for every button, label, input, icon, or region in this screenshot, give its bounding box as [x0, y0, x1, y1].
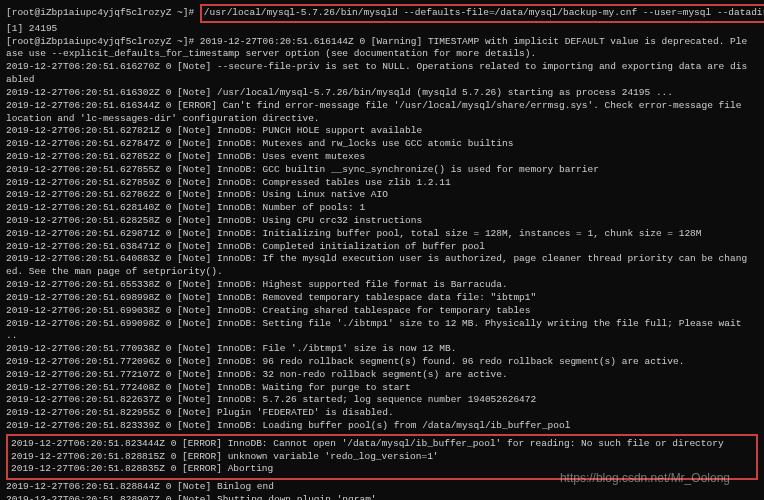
log-line: 2019-12-27T06:20:51.655338Z 0 [Note] Inn…	[6, 279, 758, 292]
shell-prompt: [root@iZbp1aiupc4yjqf5clrozyZ ~]#	[6, 36, 200, 47]
log-line: 2019-12-27T06:20:51.699038Z 0 [Note] Inn…	[6, 305, 758, 318]
log-line: 2019-12-27T06:20:51.627847Z 0 [Note] Inn…	[6, 138, 758, 151]
log-line: 2019-12-27T06:20:51.822637Z 0 [Note] Inn…	[6, 394, 758, 407]
log-line: 2019-12-27T06:20:51.627859Z 0 [Note] Inn…	[6, 177, 758, 190]
log-line: 2019-12-27T06:20:51.628258Z 0 [Note] Inn…	[6, 215, 758, 228]
log-line: 2019-12-27T06:20:51.629871Z 0 [Note] Inn…	[6, 228, 758, 241]
log-line: 2019-12-27T06:20:51.770938Z 0 [Note] Inn…	[6, 343, 758, 356]
pid-line: [1] 24195	[6, 23, 758, 36]
shell-prompt: [root@iZbp1aiupc4yjqf5clrozyZ ~]#	[6, 7, 200, 18]
log-line: 2019-12-27T06:20:51.822955Z 0 [Note] Plu…	[6, 407, 758, 420]
command-line: [root@iZbp1aiupc4yjqf5clrozyZ ~]# /usr/l…	[6, 4, 758, 23]
watermark-text: https://blog.csdn.net/Mr_Oolong	[560, 470, 730, 486]
log-line: 2019-12-27T06:20:51.640883Z 0 [Note] Inn…	[6, 253, 758, 266]
log-line: 2019-12-27T06:20:51.772408Z 0 [Note] Inn…	[6, 382, 758, 395]
log-line: 2019-12-27T06:20:51.627821Z 0 [Note] Inn…	[6, 125, 758, 138]
log-line: location and 'lc-messages-dir' configura…	[6, 113, 758, 126]
log-line: 2019-12-27T06:20:51.627852Z 0 [Note] Inn…	[6, 151, 758, 164]
prompt-line: [root@iZbp1aiupc4yjqf5clrozyZ ~]# 2019-1…	[6, 36, 758, 49]
terminal-output: [root@iZbp1aiupc4yjqf5clrozyZ ~]# /usr/l…	[6, 4, 758, 500]
log-line: ..	[6, 330, 758, 343]
log-line: ase use --explicit_defaults_for_timestam…	[6, 48, 758, 61]
error-line: 2019-12-27T06:20:51.823444Z 0 [ERROR] In…	[11, 438, 753, 451]
log-line: 2019-12-27T06:20:51.698998Z 0 [Note] Inn…	[6, 292, 758, 305]
log-line: 2019-12-27T06:20:51.627855Z 0 [Note] Inn…	[6, 164, 758, 177]
log-text: 2019-12-27T06:20:51.616144Z 0 [Warning] …	[200, 36, 747, 47]
log-line: 2019-12-27T06:20:51.772107Z 0 [Note] Inn…	[6, 369, 758, 382]
log-line: 2019-12-27T06:20:51.616344Z 0 [ERROR] Ca…	[6, 100, 758, 113]
log-line: ed. See the man page of setpriority().	[6, 266, 758, 279]
log-line: 2019-12-27T06:20:51.638471Z 0 [Note] Inn…	[6, 241, 758, 254]
log-line: 2019-12-27T06:20:51.828907Z 0 [Note] Shu…	[6, 494, 758, 500]
highlighted-command: /usr/local/mysql-5.7.26/bin/mysqld --def…	[200, 4, 764, 23]
log-line: 2019-12-27T06:20:51.628140Z 0 [Note] Inn…	[6, 202, 758, 215]
log-line: 2019-12-27T06:20:51.823339Z 0 [Note] Inn…	[6, 420, 758, 433]
log-line: 2019-12-27T06:20:51.627862Z 0 [Note] Inn…	[6, 189, 758, 202]
log-line: 2019-12-27T06:20:51.772096Z 0 [Note] Inn…	[6, 356, 758, 369]
log-block-pre: ase use --explicit_defaults_for_timestam…	[6, 48, 758, 432]
error-line: 2019-12-27T06:20:51.828815Z 0 [ERROR] un…	[11, 451, 753, 464]
log-line: abled	[6, 74, 758, 87]
log-line: 2019-12-27T06:20:51.616270Z 0 [Note] --s…	[6, 61, 758, 74]
log-line: 2019-12-27T06:20:51.616302Z 0 [Note] /us…	[6, 87, 758, 100]
log-line: 2019-12-27T06:20:51.699098Z 0 [Note] Inn…	[6, 318, 758, 331]
